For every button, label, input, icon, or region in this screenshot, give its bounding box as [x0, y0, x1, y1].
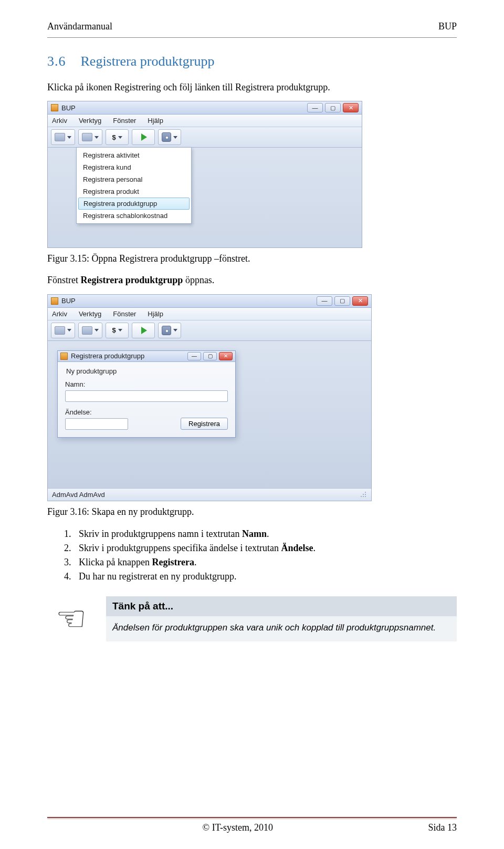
callout-title: Tänk på att... [106, 596, 457, 616]
menubar-2: Arkiv Verktyg Fönster Hjälp [48, 308, 371, 320]
app-icon [51, 104, 58, 111]
chevron-down-icon [94, 136, 99, 139]
callout-icon-wrap: ☞ [47, 596, 94, 642]
menubar: Arkiv Verktyg Fönster Hjälp [48, 115, 362, 127]
callout-body: Ändelsen för produktgruppen ska vara uni… [106, 616, 457, 642]
modal-body: Ny produktgrupp Namn: Ändelse: Registrer… [58, 362, 235, 437]
maximize-button[interactable]: ▢ [325, 103, 341, 112]
dollar-icon: $ [112, 133, 116, 141]
register-icon [55, 326, 65, 335]
register-dropdown: Registrera aktivitet Registrera kund Reg… [76, 147, 192, 224]
figure1-caption: Figur 3.15: Öppna Registrera produktgrup… [47, 253, 457, 264]
statusbar: AdmAvd AdmAvd [48, 488, 371, 501]
close-button[interactable]: ✕ [343, 103, 359, 112]
dropdown-item-kund[interactable]: Registrera kund [78, 161, 190, 173]
steps-list: Skriv in produktgruppens namn i textruta… [47, 527, 457, 584]
section-title: Registrera produktgrupp [81, 54, 215, 69]
toolbar-button-1[interactable] [51, 129, 75, 145]
app-icon [51, 297, 58, 305]
menu-fonster[interactable]: Fönster [113, 117, 136, 125]
toolbar: $ [48, 127, 362, 148]
menu-verktyg[interactable]: Verktyg [79, 310, 101, 318]
app-client-area: Registrera aktivitet Registrera kund Reg… [48, 148, 362, 247]
footer-page: Sida 13 [428, 822, 457, 833]
footer-rule-top [47, 817, 457, 818]
chevron-down-icon [118, 136, 122, 139]
andelse-input[interactable] [65, 418, 128, 430]
after-fig1-suffix: öppnas. [183, 275, 214, 285]
dropdown-item-personal[interactable]: Registrera personal [78, 173, 190, 185]
modal-title: Registrera produktgrupp [71, 352, 187, 360]
toolbar-button-2[interactable] [78, 129, 102, 145]
modal-maximize-button[interactable]: ▢ [203, 352, 217, 360]
toolbar-2: $ [48, 320, 371, 341]
menu-verktyg[interactable]: Verktyg [79, 117, 101, 125]
dropdown-item-produktgrupp[interactable]: Registrera produktgrupp [78, 198, 190, 210]
dropdown-item-schablonkostnad[interactable]: Registrera schablonkostnad [78, 210, 190, 222]
toolbar-button-play[interactable] [132, 323, 155, 338]
chevron-down-icon [94, 329, 99, 332]
menu-arkiv[interactable]: Arkiv [52, 310, 67, 318]
modal-icon [60, 353, 68, 360]
dropdown-item-aktivitet[interactable]: Registrera aktivitet [78, 149, 190, 161]
modal-minimize-button[interactable]: — [187, 352, 201, 360]
app-client-area-2: Registrera produktgrupp — ▢ ✕ Ny produkt… [48, 341, 371, 488]
toolbar-button-2[interactable] [78, 323, 102, 338]
document-icon [82, 326, 92, 335]
register-productgroup-window: Registrera produktgrupp — ▢ ✕ Ny produkt… [57, 350, 236, 438]
minimize-button[interactable]: — [317, 296, 332, 306]
menu-hjalp[interactable]: Hjälp [148, 117, 163, 125]
app-titlebar: BUP — ▢ ✕ [48, 101, 362, 115]
menu-hjalp[interactable]: Hjälp [148, 310, 163, 318]
app-titlebar-2: BUP — ▢ ✕ [48, 295, 371, 308]
toolbar-button-dollar[interactable]: $ [106, 129, 129, 145]
after-fig1-paragraph: Fönstret Registrera produktgrupp öppnas. [47, 274, 457, 286]
play-icon [141, 327, 147, 334]
dropdown-item-produkt[interactable]: Registrera produkt [78, 185, 190, 198]
footer-rule-bottom [47, 819, 457, 819]
chevron-down-icon [173, 136, 177, 139]
step-1: Skriv in produktgruppens namn i textruta… [74, 527, 457, 541]
minimize-button[interactable]: — [307, 103, 323, 112]
disk-icon [162, 326, 171, 335]
header-right: BUP [438, 21, 457, 32]
modal-close-button[interactable]: ✕ [219, 352, 233, 360]
toolbar-button-save[interactable] [158, 323, 181, 338]
registrera-button[interactable]: Registrera [181, 418, 228, 430]
header-rule [47, 37, 457, 38]
label-andelse: Ändelse: [65, 408, 128, 416]
chevron-down-icon [173, 329, 177, 332]
callout: ☞ Tänk på att... Ändelsen för produktgru… [47, 596, 457, 642]
resize-grip-icon[interactable] [360, 491, 367, 498]
label-namn: Namn: [65, 380, 228, 388]
after-fig1-bold: Registrera produktgrupp [81, 275, 183, 285]
menu-fonster[interactable]: Fönster [113, 310, 136, 318]
step-2: Skriv i produktgruppens specifika ändels… [74, 541, 457, 555]
toolbar-button-dollar[interactable]: $ [106, 323, 129, 338]
chevron-down-icon [118, 329, 122, 332]
footer-center: © IT-system, 2010 [202, 822, 273, 833]
status-text: AdmAvd AdmAvd [52, 491, 105, 499]
toolbar-button-save[interactable] [158, 129, 181, 145]
chevron-down-icon [67, 329, 71, 332]
maximize-button[interactable]: ▢ [334, 296, 350, 306]
modal-titlebar: Registrera produktgrupp — ▢ ✕ [58, 351, 235, 362]
step-3: Klicka på knappen Registrera. [74, 555, 457, 570]
section-number: 3.6 [47, 54, 66, 69]
namn-input[interactable] [65, 390, 228, 402]
pointing-hand-icon: ☞ [56, 602, 87, 636]
header-left: Användarmanual [47, 21, 112, 32]
screenshot-modal: BUP — ▢ ✕ Arkiv Verktyg Fönster Hjälp $ … [47, 294, 372, 501]
menu-arkiv[interactable]: Arkiv [52, 117, 67, 125]
app-title: BUP [61, 104, 307, 112]
chevron-down-icon [67, 136, 71, 139]
toolbar-button-play[interactable] [132, 129, 155, 145]
step-4: Du har nu registrerat en ny produktgrupp… [74, 570, 457, 584]
disk-icon [162, 132, 171, 142]
after-fig1-prefix: Fönstret [47, 275, 81, 285]
register-icon [55, 133, 65, 141]
toolbar-button-1[interactable] [51, 323, 75, 338]
figure2-caption: Figur 3.16: Skapa en ny produktgrupp. [47, 506, 457, 517]
intro-paragraph: Klicka på ikonen Registrering och följ l… [47, 81, 457, 94]
close-button[interactable]: ✕ [352, 296, 368, 306]
